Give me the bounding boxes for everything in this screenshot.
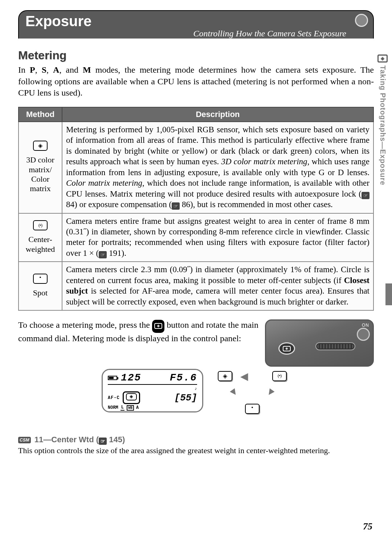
description-cell: Metering is performed by 1,005-pixel RGB… [62, 122, 373, 213]
method-label: Center-weighted [26, 235, 55, 253]
metering-button-illustration [278, 342, 295, 355]
table-row: Center-weightedCamera meters entire fram… [19, 213, 373, 262]
camera-illustration: ON [265, 319, 374, 367]
lcd-metering-highlight [123, 391, 140, 404]
side-tab: Taking Photographs—Exposure [377, 55, 388, 185]
chapter-title: Exposure [25, 13, 367, 29]
chapter-banner: Exposure Controlling How the Camera Sets… [18, 10, 374, 39]
method-cell: Center-weighted [19, 213, 62, 262]
arrow-diag-icon: ▼ [264, 384, 278, 400]
matrix-icon [33, 141, 48, 151]
arrow-diag-icon: ▼ [226, 384, 241, 400]
command-dial-icon [315, 342, 355, 350]
diagrams-row: 125 F5.6 ♪ AF-C [55] NORM L WB A ◀ ▼ [18, 369, 374, 423]
center-weighted-icon [272, 371, 287, 381]
method-cell: 3D color matrix/ Color matrix [19, 122, 62, 213]
page-ref-icon: ☞ [99, 251, 107, 258]
lcd-wb: WB [127, 405, 134, 411]
lcd-shutter: 125 [121, 372, 141, 383]
csm-icon: CSM [18, 437, 31, 443]
matrix-icon [218, 371, 232, 381]
lcd-wbmode: A [136, 405, 139, 410]
table-header-description: Description [62, 107, 373, 122]
description-cell: Camera meters circle 2.3 mm (0.09˝) in d… [62, 262, 373, 310]
method-label: 3D color matrix/ Color matrix [26, 155, 54, 193]
on-label: ON [362, 323, 369, 328]
page-number: 75 [363, 521, 372, 532]
table-row: SpotCamera meters circle 2.3 mm (0.09˝) … [19, 262, 373, 310]
lcd-norm: NORM [108, 405, 118, 410]
lcd-aperture: F5.6 [170, 372, 197, 383]
page-ref-icon: ☞ [172, 202, 180, 210]
instruction-text: To choose a metering mode, press the but… [18, 319, 258, 367]
note-heading: CSM 11—Center Wtd (☞ 145) [18, 435, 374, 445]
spot-icon [245, 404, 260, 414]
method-label: Spot [33, 288, 48, 297]
spot-icon [33, 274, 48, 284]
lcd-afc: AF-C [108, 395, 120, 400]
battery-icon [108, 376, 117, 380]
note-text: This option controls the size of the are… [18, 446, 374, 456]
chapter-subtitle: Controlling How the Camera Sets Exposure [25, 29, 367, 39]
table-header-method: Method [19, 107, 62, 122]
description-cell: Camera meters entire frame but assigns g… [62, 213, 373, 262]
section-heading: Metering [18, 49, 374, 62]
arrow-left-icon: ◀ [240, 370, 248, 382]
power-switch-icon [357, 328, 370, 341]
intro-paragraph: In P, S, A, and M modes, the metering mo… [18, 64, 374, 99]
metering-icon [377, 55, 388, 63]
method-cell: Spot [19, 262, 62, 310]
table-row: 3D color matrix/ Color matrixMetering is… [19, 122, 373, 213]
thumb-tab [385, 283, 392, 305]
lcd-remaining: 55 [180, 392, 191, 403]
lcd-size: L [121, 405, 124, 411]
metering-button-icon [152, 320, 164, 333]
page-ref-icon: ☞ [99, 438, 107, 445]
metering-cycle-diagram: ◀ ▼ ▼ [214, 369, 290, 423]
side-tab-label: Taking Photographs—Exposure [379, 65, 387, 185]
page-ref-icon: ☞ [362, 192, 369, 199]
control-panel-illustration: 125 F5.6 ♪ AF-C [55] NORM L WB A [102, 369, 203, 412]
metering-table: Method Description 3D color matrix/ Colo… [18, 107, 374, 311]
instruction-row: To choose a metering mode, press the but… [18, 319, 374, 367]
mode-dial-icon [355, 14, 368, 27]
center-icon [33, 220, 48, 230]
